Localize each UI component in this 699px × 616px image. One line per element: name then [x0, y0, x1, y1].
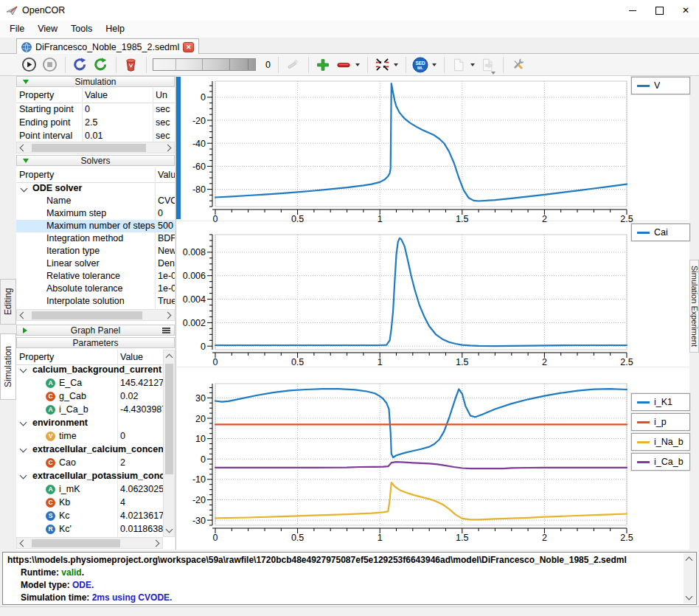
dropdown-arrow-icon[interactable] [355, 63, 360, 66]
property-row[interactable]: Maximum step0 [16, 207, 175, 220]
property-row[interactable]: Relative tolerance1e-0 [16, 270, 175, 283]
reset-parameters-button[interactable] [70, 55, 89, 75]
clear-results-button[interactable] [121, 55, 140, 75]
property-row[interactable]: ODE solver [16, 182, 175, 195]
reload-button[interactable] [91, 55, 110, 75]
collapse-arrow-icon[interactable] [23, 159, 29, 163]
legend-line-sample [637, 232, 650, 234]
property-row[interactable]: Starting point0sec [16, 103, 175, 116]
delay-wheel[interactable] [153, 58, 256, 71]
property-row[interactable]: Iteration typeNew [16, 245, 175, 257]
solvers-section-header[interactable]: Solvers [16, 155, 175, 166]
dropdown-arrow-icon[interactable] [394, 63, 398, 66]
dropdown-arrow-icon[interactable] [491, 72, 495, 75]
plot-canvas-cai[interactable]: 00.511.522.50.0080.0060.0040.0020 [176, 221, 632, 367]
sedml-export-button[interactable]: SED ML [411, 55, 430, 75]
dock-tab-simulation[interactable]: Simulation [0, 333, 16, 400]
parameter-row[interactable]: Ai_Ca_b-4.4303987 [16, 403, 163, 416]
graph-panel-section-header[interactable]: Graph Panel [16, 325, 175, 336]
stop-button[interactable] [40, 55, 59, 75]
parameter-row[interactable]: AE_Ca145.421279 [16, 376, 163, 390]
menu-file[interactable]: File [3, 21, 31, 37]
simulation-section-header[interactable]: Simulation [16, 76, 175, 87]
menu-icon[interactable] [162, 328, 170, 334]
tab-close-icon[interactable]: ✕ [183, 42, 194, 52]
variable-type-badge: C [46, 458, 55, 468]
add-graph-panel-button[interactable] [313, 55, 333, 75]
model-url: https:\\models.physiomeproject.org\works… [7, 554, 692, 567]
property-row[interactable]: Ending point2.5sec [16, 116, 175, 129]
chevron-down-icon[interactable] [21, 185, 28, 193]
svg-text:20: 20 [195, 414, 206, 424]
plot-canvas-currents[interactable]: 00.511.522.53020100-10-20-30 [176, 367, 632, 550]
variable-type-badge: V [46, 432, 55, 441]
run-button[interactable] [19, 55, 38, 75]
property-row[interactable]: Interpolate solutionTrue [16, 295, 175, 308]
horizontal-scrollbar[interactable] [16, 309, 175, 321]
dropdown-arrow-icon[interactable] [432, 63, 437, 66]
property-row[interactable]: Absolute tolerance1e-0 [16, 283, 175, 295]
chevron-down-icon[interactable] [20, 419, 27, 426]
svg-text:1: 1 [378, 357, 383, 367]
dock-tab-editing[interactable]: Editing [0, 279, 16, 325]
horizontal-scrollbar[interactable] [16, 537, 163, 549]
parameter-row[interactable]: extracellular_potassium_concen [16, 469, 163, 482]
horizontal-scrollbar[interactable] [16, 142, 175, 153]
remove-graph-panel-button[interactable] [334, 55, 353, 75]
minimize-button[interactable] [619, 0, 646, 21]
collapse-arrow-icon[interactable] [23, 80, 29, 84]
data-export-button[interactable] [478, 55, 497, 75]
dropdown-arrow-icon[interactable] [470, 63, 475, 66]
property-row[interactable]: Linear solverDens [16, 257, 175, 270]
parameters-section-header[interactable]: Parameters [16, 337, 175, 348]
property-value: BDF [158, 232, 175, 246]
svg-text:-30: -30 [192, 516, 206, 526]
svg-text:0: 0 [201, 454, 206, 465]
svg-text:2.5: 2.5 [620, 357, 633, 367]
close-button[interactable]: ✕ [672, 0, 699, 21]
cellml-export-button[interactable] [449, 55, 468, 75]
simulation-table-header: PropertyValueUn [16, 88, 175, 103]
chevron-down-icon[interactable] [20, 366, 27, 373]
svg-text:1.5: 1.5 [456, 357, 468, 367]
expand-arrow-icon[interactable] [23, 328, 27, 333]
column-header: Valu [158, 170, 175, 180]
property-row[interactable]: Point interval0.01sec [16, 129, 175, 142]
menu-view[interactable]: View [31, 21, 64, 37]
property-row[interactable]: Integration methodBDF [16, 232, 175, 245]
document-tab[interactable]: DiFrancesco_Noble_1985_2.sedml ✕ [16, 38, 199, 55]
vertical-scrollbar[interactable] [163, 350, 175, 537]
inward-arrows-icon [375, 57, 390, 72]
parameter-row[interactable]: calcium_background_current [16, 363, 163, 376]
sync-axes-button[interactable] [372, 55, 392, 75]
svg-text:-60: -60 [192, 162, 206, 172]
chevron-down-icon[interactable] [20, 446, 27, 453]
parameter-row[interactable]: Cg_Cab0.02 [16, 390, 163, 403]
maximize-button[interactable] [646, 0, 672, 21]
preferences-button[interactable] [508, 55, 527, 75]
development-mode-button[interactable] [283, 55, 302, 75]
variable-type-badge: R [46, 525, 55, 534]
svg-text:0.5: 0.5 [291, 533, 304, 543]
svg-text:2.5: 2.5 [620, 533, 633, 543]
chevron-down-icon[interactable] [20, 472, 27, 480]
parameter-row[interactable]: Vtime0 [16, 429, 163, 443]
parameter-row[interactable]: extracellular_calcium_concentra [16, 443, 163, 456]
parameter-row[interactable]: CKb4 [16, 496, 163, 509]
tools-icon [510, 57, 526, 72]
property-row[interactable]: NameCVO [16, 195, 175, 207]
parameter-row[interactable]: RKc'0.01186387 [16, 522, 163, 536]
parameter-row[interactable]: SKc4.02136170 [16, 509, 163, 522]
property-name: Integration method [46, 232, 157, 246]
parameter-row[interactable]: environment [16, 416, 163, 429]
plot-canvas-v[interactable]: 00.511.522.50-20-40-60-80 [176, 76, 632, 221]
parameter-value: 4.06230252 [120, 482, 163, 496]
dock-tab-simulation-experiment[interactable]: Simulation Experiment [689, 260, 699, 353]
menu-tools[interactable]: Tools [64, 21, 99, 37]
parameters-section-title: Parameters [72, 338, 118, 348]
menu-help[interactable]: Help [99, 21, 131, 37]
parameter-row[interactable]: CCao2 [16, 456, 163, 469]
vertical-scrollbar[interactable] [684, 553, 695, 603]
parameter-row[interactable]: Ai_mK4.06230252 [16, 482, 163, 496]
property-row[interactable]: Maximum number of steps500 [16, 220, 175, 232]
